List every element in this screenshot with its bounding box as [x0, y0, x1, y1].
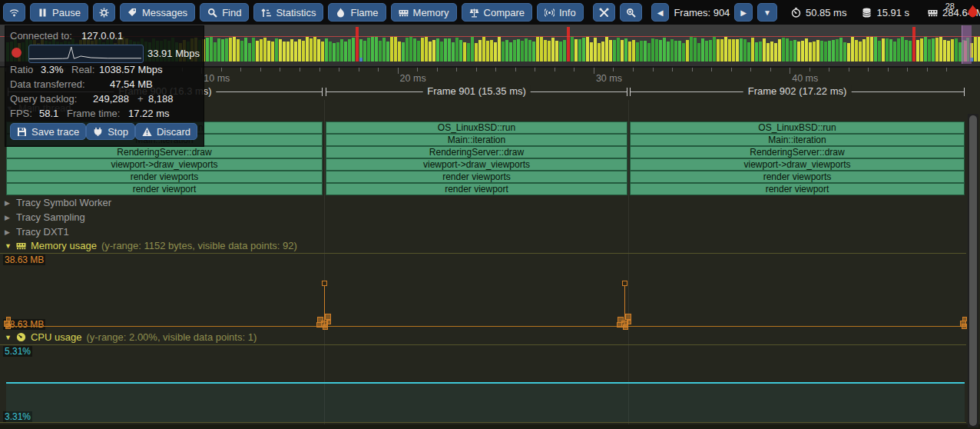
frame-bar[interactable] [644, 41, 647, 62]
frame-bar[interactable] [686, 40, 689, 62]
statistics-button[interactable]: Statistics [253, 3, 323, 22]
frame-bar[interactable] [751, 38, 754, 62]
stop-button[interactable]: Stop [86, 123, 135, 140]
frame-bar[interactable] [709, 40, 712, 62]
frame-bar[interactable] [801, 41, 804, 62]
frame-bar[interactable] [717, 39, 720, 62]
frame-span[interactable]: Frame 902 (17.22 ms) [630, 85, 965, 98]
zone-span[interactable]: render viewports [326, 171, 627, 183]
frame-bar[interactable] [225, 38, 228, 62]
zone-span[interactable]: viewport->draw_viewports [6, 158, 323, 171]
frame-bar[interactable] [947, 41, 950, 62]
frame-bar[interactable] [302, 41, 305, 62]
frame-bar[interactable] [778, 39, 781, 62]
frame-bar[interactable] [290, 39, 293, 62]
frame-bar[interactable] [406, 38, 409, 62]
frame-bar[interactable] [206, 38, 209, 62]
frame-bar[interactable] [294, 42, 297, 62]
frame-bar[interactable] [847, 43, 850, 62]
frame-bar[interactable] [505, 40, 508, 62]
frame-bar[interactable] [394, 37, 397, 62]
zone-span[interactable]: render viewport [630, 183, 965, 195]
frame-bar[interactable] [720, 39, 723, 62]
frame-bar[interactable] [551, 38, 555, 62]
frame-bar[interactable] [509, 42, 512, 62]
frame-bar[interactable] [836, 39, 839, 62]
frame-bar[interactable] [736, 39, 739, 62]
frame-bar[interactable] [613, 40, 616, 62]
frame-bar[interactable] [540, 37, 543, 62]
frame-bar[interactable] [402, 42, 405, 62]
frame-bar[interactable] [609, 40, 612, 62]
save-trace-button[interactable]: Save trace [10, 123, 86, 140]
frame-bar[interactable] [329, 42, 332, 62]
frame-bar[interactable] [367, 38, 370, 62]
frame-bar[interactable] [743, 39, 747, 62]
frame-bar[interactable] [256, 41, 259, 62]
frame-bar[interactable] [321, 42, 324, 62]
frame-bar[interactable] [897, 38, 900, 62]
frame-bar[interactable] [513, 40, 516, 62]
frame-bar[interactable] [336, 42, 339, 62]
zone-span[interactable]: render viewports [630, 171, 965, 183]
frame-bar[interactable] [559, 42, 562, 62]
memory-plot-header[interactable]: ▼ Memory usage (y-range: 1152 bytes, vis… [5, 240, 297, 251]
frame-bar[interactable] [728, 39, 731, 62]
frame-bar-short[interactable] [359, 58, 363, 62]
frame-bar[interactable] [544, 40, 547, 62]
frame-bar[interactable] [740, 38, 743, 62]
frame-bar[interactable] [371, 37, 374, 62]
frame-bar[interactable] [782, 38, 785, 62]
frame-bar[interactable] [870, 37, 873, 62]
frame-bar[interactable] [275, 38, 278, 62]
frame-bar[interactable] [578, 39, 581, 62]
zoom-button[interactable] [620, 3, 642, 22]
frame-bar[interactable] [221, 39, 224, 62]
thread-row-collapsed[interactable]: ▶Tracy DXT1 [5, 226, 69, 238]
frame-bar[interactable] [379, 41, 382, 62]
flame-button[interactable]: Flame [328, 3, 386, 22]
alert-icon[interactable] [967, 5, 978, 20]
frame-bar-slow[interactable] [912, 27, 915, 62]
frame-bar[interactable] [663, 38, 666, 62]
frame-bar[interactable] [859, 42, 862, 62]
frame-bar[interactable] [217, 38, 220, 62]
frame-bar[interactable] [528, 40, 531, 62]
frame-bar[interactable] [248, 43, 251, 62]
frame-bar[interactable] [774, 43, 777, 62]
frame-bar[interactable] [390, 37, 393, 62]
frame-bar[interactable] [313, 37, 316, 62]
frame-bar[interactable] [582, 38, 585, 62]
frame-bar[interactable] [920, 38, 923, 62]
zone-span[interactable]: viewport->draw_viewports [326, 158, 627, 171]
frame-bar[interactable] [574, 39, 578, 62]
frame-bar[interactable] [429, 42, 432, 62]
frame-bar[interactable] [697, 43, 700, 62]
frame-bar-slow[interactable] [567, 27, 570, 62]
prev-frame-button[interactable]: ◀ [651, 3, 670, 22]
frame-bar[interactable] [598, 43, 601, 62]
tools-button[interactable] [593, 3, 615, 22]
frame-bar[interactable] [210, 37, 213, 62]
zone-span[interactable]: render viewports [6, 171, 323, 183]
frame-bar[interactable] [486, 41, 489, 62]
frame-bar[interactable] [617, 38, 620, 62]
frame-bar[interactable] [421, 38, 424, 62]
frame-bar[interactable] [478, 40, 482, 62]
frame-bar[interactable] [571, 37, 574, 62]
frame-bar[interactable] [640, 41, 643, 62]
frame-bar[interactable] [628, 42, 631, 62]
frame-bar[interactable] [882, 38, 885, 62]
frame-bar[interactable] [955, 38, 958, 62]
frame-bar[interactable] [306, 37, 309, 62]
frame-span[interactable]: Frame 901 (15.35 ms) [326, 85, 627, 98]
frame-bar[interactable] [790, 41, 793, 62]
frame-bar[interactable] [747, 42, 750, 62]
frame-bar[interactable] [621, 40, 624, 62]
frame-bar[interactable] [924, 37, 927, 62]
pause-button[interactable]: Pause [30, 3, 88, 22]
frame-bar[interactable] [770, 42, 773, 62]
thread-row-collapsed[interactable]: ▶Tracy Sampling [5, 211, 85, 223]
frame-bar[interactable] [935, 38, 939, 62]
frame-bar[interactable] [862, 39, 866, 62]
